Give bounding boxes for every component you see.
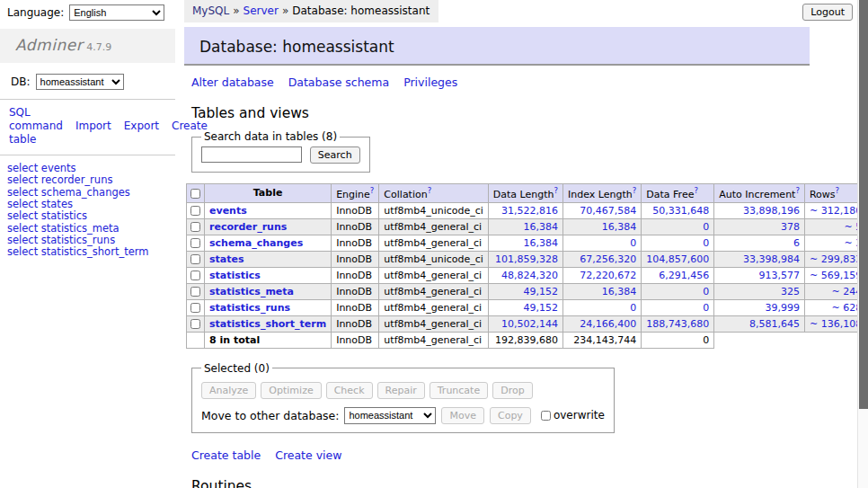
optimize-button[interactable]: Optimize: [261, 382, 321, 399]
collation-cell: utf8mb4_unicode_ci: [379, 202, 488, 218]
app-title[interactable]: Adminer: [15, 36, 83, 54]
auto-increment-value[interactable]: 325: [714, 283, 805, 299]
copy-button[interactable]: Copy: [490, 407, 531, 424]
table-link-events[interactable]: events: [209, 205, 247, 217]
table-link-recorder-runs[interactable]: recorder_runs: [209, 221, 287, 233]
table-link-schema-changes[interactable]: schema_changes: [209, 237, 303, 249]
language-select[interactable]: English: [69, 4, 164, 21]
auto-increment-value[interactable]: 33,398,984: [714, 251, 805, 267]
row-checkbox[interactable]: [190, 303, 200, 313]
table-row: statistics_runsInnoDButf8mb4_general_ci4…: [187, 299, 868, 315]
data-free-value[interactable]: 0: [642, 235, 714, 251]
auto-increment-help-link[interactable]: ?: [795, 186, 800, 195]
table-link-states[interactable]: states: [209, 253, 244, 265]
action-link-privileges[interactable]: Privileges: [403, 75, 457, 89]
auto-increment-value[interactable]: 33,898,196: [714, 202, 805, 218]
sidebar-item-select-statistics-meta[interactable]: select statistics_meta: [7, 223, 175, 235]
breadcrumb-server-link[interactable]: Server: [244, 4, 279, 17]
data-free-value[interactable]: 0: [642, 299, 714, 315]
data-length-value[interactable]: 31,522,816: [488, 202, 562, 218]
vertical-scrollbar-thumb[interactable]: [859, 0, 868, 409]
data-length-value[interactable]: 48,824,320: [488, 267, 562, 283]
index-length-value[interactable]: 16,384: [563, 218, 642, 235]
data-free-value[interactable]: 104,857,600: [642, 251, 714, 267]
overwrite-checkbox[interactable]: [541, 411, 551, 421]
data-length-value[interactable]: 16,384: [488, 235, 562, 251]
row-checkbox[interactable]: [190, 271, 200, 280]
sidebar-item-select-statistics-short-term[interactable]: select statistics_short_term: [7, 246, 175, 258]
routines-heading: Routines: [191, 478, 824, 488]
index-length-value[interactable]: 72,220,672: [563, 267, 642, 283]
action-link-database-schema[interactable]: Database schema: [288, 75, 389, 89]
table-link-statistics[interactable]: statistics: [209, 270, 261, 281]
data-length-value[interactable]: 16,384: [488, 218, 562, 235]
rows-help-link[interactable]: ?: [836, 186, 840, 195]
data-length-value[interactable]: 49,152: [488, 283, 562, 299]
auto-increment-value[interactable]: 378: [714, 218, 805, 235]
row-checkbox[interactable]: [190, 254, 200, 264]
table-link-statistics-short-term[interactable]: statistics_short_term: [209, 318, 326, 330]
auto-increment-value[interactable]: 913,577: [714, 267, 805, 283]
logout-button[interactable]: Logout: [802, 4, 853, 21]
sidebar-link-sql-command[interactable]: SQL command: [9, 106, 63, 132]
data-length-value[interactable]: 101,859,328: [488, 251, 562, 267]
data-free-value[interactable]: 0: [642, 283, 714, 299]
sidebar-item-select-events[interactable]: select events: [7, 163, 175, 174]
table-link-statistics-meta[interactable]: statistics_meta: [209, 286, 294, 297]
drop-button[interactable]: Drop: [492, 382, 532, 399]
truncate-button[interactable]: Truncate: [430, 382, 488, 399]
row-checkbox[interactable]: [190, 238, 200, 248]
data-length-value[interactable]: 10,502,144: [488, 315, 562, 332]
sidebar-item-select-statistics-runs[interactable]: select statistics_runs: [7, 235, 175, 246]
index-length-value[interactable]: 70,467,584: [563, 202, 642, 218]
breadcrumb-mysql-link[interactable]: MySQL: [192, 4, 229, 17]
data-length-value[interactable]: 49,152: [488, 299, 562, 315]
row-checkbox[interactable]: [190, 206, 200, 216]
sidebar-link-import[interactable]: Import: [75, 120, 111, 132]
move-database-select[interactable]: homeassistant: [344, 407, 436, 424]
sidebar-item-select-recorder-runs[interactable]: select recorder_runs: [7, 174, 175, 186]
collation-help-link[interactable]: ?: [428, 186, 432, 195]
index-length-value[interactable]: 16,384: [563, 283, 642, 299]
move-button[interactable]: Move: [441, 407, 484, 424]
sidebar-link-export[interactable]: Export: [124, 120, 159, 132]
data-free-value[interactable]: 0: [642, 218, 714, 235]
analyze-button[interactable]: Analyze: [201, 382, 256, 399]
vertical-scrollbar-track[interactable]: [857, 0, 868, 488]
action-link-alter-database[interactable]: Alter database: [191, 75, 274, 89]
create-link-create-view[interactable]: Create view: [275, 448, 341, 462]
data-length-help-link[interactable]: ?: [554, 186, 559, 195]
index-length-value[interactable]: 0: [563, 299, 642, 315]
data-free-help-link[interactable]: ?: [694, 186, 698, 195]
data-free-value[interactable]: 188,743,680: [642, 315, 714, 332]
data-free-value[interactable]: 50,331,648: [642, 202, 714, 218]
auto-increment-value[interactable]: 6: [714, 235, 805, 251]
sidebar-item-select-schema-changes[interactable]: select schema_changes: [7, 187, 175, 199]
app-version: 4.7.9: [86, 41, 111, 53]
index-length-value[interactable]: 24,166,400: [563, 315, 642, 332]
auto-increment-value[interactable]: 8,581,645: [714, 315, 805, 332]
check-button[interactable]: Check: [326, 382, 373, 399]
create-link-create-table[interactable]: Create table: [191, 448, 261, 462]
sidebar-item-select-states[interactable]: select states: [7, 199, 175, 210]
row-checkbox[interactable]: [190, 319, 200, 329]
sidebar-item-select-statistics[interactable]: select statistics: [7, 210, 175, 222]
select-all-checkbox[interactable]: [190, 189, 200, 199]
row-checkbox[interactable]: [190, 222, 200, 232]
index-length-value[interactable]: 0: [563, 235, 642, 251]
db-select[interactable]: homeassistant: [36, 74, 124, 90]
index-length-help-link[interactable]: ?: [633, 186, 637, 195]
search-button[interactable]: Search: [310, 146, 360, 164]
repair-button[interactable]: Repair: [377, 382, 425, 399]
table-name-cell: schema_changes: [205, 235, 332, 251]
table-link-statistics-runs[interactable]: statistics_runs: [209, 302, 290, 314]
auto-increment-value[interactable]: 39,999: [714, 299, 805, 315]
data-free-value[interactable]: 6,291,456: [642, 267, 714, 283]
overwrite-label[interactable]: overwrite: [554, 409, 605, 421]
engine-help-link[interactable]: ?: [370, 186, 375, 195]
total-data-length: 192,839,680: [488, 332, 562, 348]
table-row: statesInnoDButf8mb4_unicode_ci101,859,32…: [187, 251, 868, 267]
search-input[interactable]: [201, 146, 302, 163]
row-checkbox[interactable]: [190, 287, 200, 297]
index-length-value[interactable]: 67,256,320: [563, 251, 642, 267]
